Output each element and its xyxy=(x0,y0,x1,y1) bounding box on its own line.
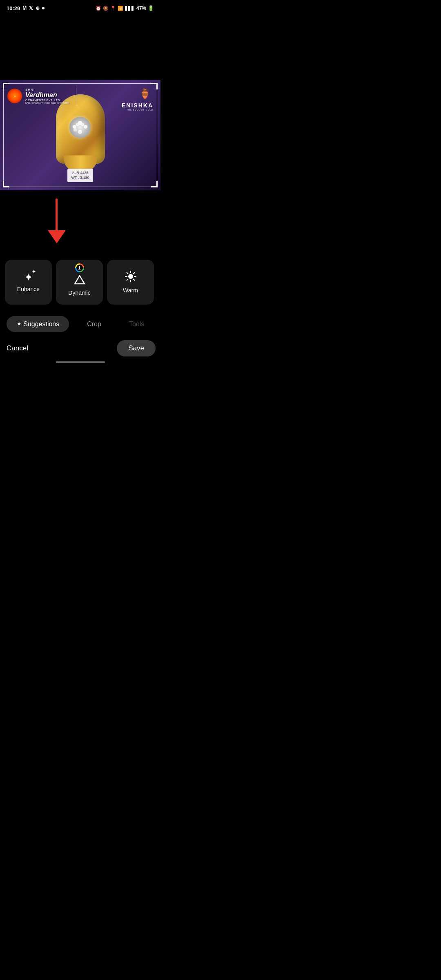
filter-row: ✦ ✦ Enhance 1 Dynamic xyxy=(0,239,160,305)
twitter-icon: 𝕏 xyxy=(29,5,33,11)
dynamic-icon xyxy=(74,275,85,286)
location-icon: 📍 xyxy=(110,6,116,11)
dynamic-label: Dynamic xyxy=(68,290,90,296)
dynamic-badge: 1 xyxy=(75,263,85,273)
arrow-line xyxy=(56,198,58,231)
top-black-area xyxy=(0,15,160,80)
svg-line-7 xyxy=(133,279,134,281)
brand-name: Vardhman xyxy=(25,91,69,99)
arrow-container xyxy=(48,198,66,243)
svg-line-8 xyxy=(133,273,134,274)
filter-enhance[interactable]: ✦ ✦ Enhance xyxy=(5,260,52,305)
brand-logo: ☀ xyxy=(7,89,22,103)
enishka-logo: 🏺 xyxy=(137,86,153,102)
enishka-tagline: THE SOUL OF GOLD xyxy=(122,109,153,111)
mute-icon: 🔕 xyxy=(103,6,109,11)
product-weight: WT : 3.180 xyxy=(71,175,89,180)
bottom-toolbar: ✦ Suggestions Crop Tools Cancel Save xyxy=(0,310,160,368)
gmail-icon: M xyxy=(22,5,27,11)
home-indicator xyxy=(56,361,105,363)
enhance-label: Enhance xyxy=(17,286,40,292)
badge-number: 1 xyxy=(76,265,83,271)
dot-indicator xyxy=(42,7,45,9)
battery-icon: 🔋 xyxy=(148,5,154,11)
filter-warm[interactable]: Warm xyxy=(107,260,154,305)
suggestions-label: Suggestions xyxy=(23,321,59,327)
cancel-button[interactable]: Cancel xyxy=(5,341,30,356)
brand-right: 🏺 ENISHKA THE SOUL OF GOLD xyxy=(122,86,153,111)
svg-line-6 xyxy=(127,273,128,274)
suggestions-sparkle-icon: ✦ xyxy=(16,321,23,327)
warm-label: Warm xyxy=(123,287,138,294)
brand-left: ☀ SHRI Vardhman ORNAMENTS PVT. LTD. CALL… xyxy=(7,86,80,106)
svg-line-9 xyxy=(127,279,128,281)
tab-tools[interactable]: Tools xyxy=(119,316,154,332)
alarm-icon: ⏰ xyxy=(96,6,101,11)
warm-icon xyxy=(125,271,136,284)
brand-sub: ORNAMENTS PVT. LTD. xyxy=(25,99,69,102)
arrow-head xyxy=(48,230,66,243)
brand-shri: SHRI xyxy=(25,88,69,91)
brand-contact: CALL / WHATSAPP: 90999 49119 | 940830191… xyxy=(25,102,69,104)
status-bar: 10:29 M 𝕏 ⊕ ⏰ 🔕 📍 📶 ▋▋▋ 47% 🔋 xyxy=(0,0,160,15)
enhance-icon: ✦ ✦ xyxy=(24,272,33,283)
enishka-name: ENISHKA xyxy=(122,102,153,109)
svg-marker-0 xyxy=(75,276,85,284)
signal-icon: ▋▋▋ xyxy=(125,6,135,11)
bluetooth-icon: ⊕ xyxy=(36,5,40,11)
action-row: Cancel Save xyxy=(5,339,156,358)
product-tag: ALR-4485 WT : 3.180 xyxy=(67,169,94,182)
svg-point-1 xyxy=(128,274,133,279)
status-left: 10:29 M 𝕏 ⊕ xyxy=(7,5,45,11)
mid-black-area xyxy=(0,190,160,239)
enishka-icon: 🏺 xyxy=(139,88,151,100)
status-right: ⏰ 🔕 📍 📶 ▋▋▋ 47% 🔋 xyxy=(96,5,154,11)
brand-text: SHRI Vardhman ORNAMENTS PVT. LTD. CALL /… xyxy=(25,88,69,104)
crop-label: Crop xyxy=(87,321,101,327)
battery-text: 47% xyxy=(136,5,146,11)
image-header: ☀ SHRI Vardhman ORNAMENTS PVT. LTD. CALL… xyxy=(7,86,153,111)
filter-dynamic[interactable]: 1 Dynamic xyxy=(56,260,103,305)
tab-row: ✦ Suggestions Crop Tools xyxy=(5,316,156,332)
wifi-icon: 📶 xyxy=(118,6,123,11)
product-code: ALR-4485 xyxy=(71,170,89,176)
tab-crop[interactable]: Crop xyxy=(77,316,111,332)
tab-suggestions[interactable]: ✦ Suggestions xyxy=(7,316,69,332)
save-button[interactable]: Save xyxy=(117,340,156,356)
status-time: 10:29 xyxy=(7,5,20,11)
brand-divider xyxy=(76,86,76,106)
tools-label: Tools xyxy=(129,321,144,327)
image-container: ☀ SHRI Vardhman ORNAMENTS PVT. LTD. CALL… xyxy=(0,80,160,190)
